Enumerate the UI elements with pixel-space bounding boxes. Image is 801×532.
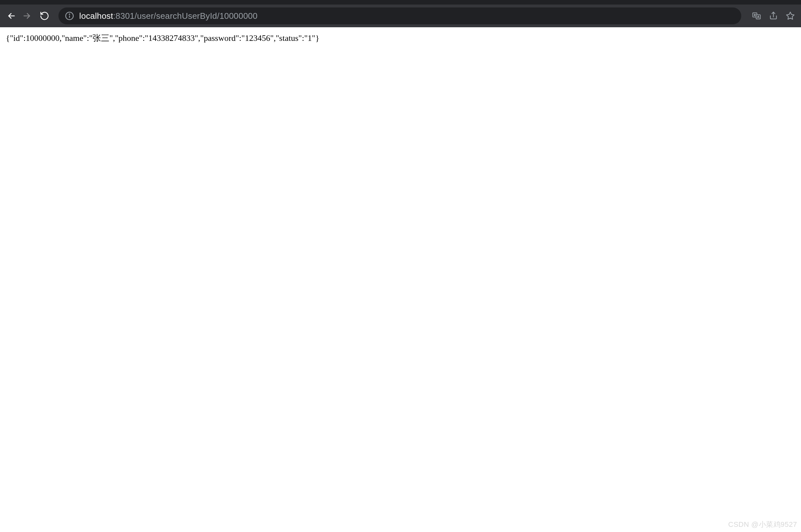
navigation-bar: localhost:8301/user/searchUserById/10000… (0, 4, 801, 27)
page-content: {"id":10000000,"name":"张三","phone":"1433… (0, 27, 801, 532)
back-button[interactable] (5, 11, 16, 21)
svg-marker-8 (786, 12, 794, 19)
info-icon[interactable] (65, 11, 74, 20)
address-bar[interactable]: localhost:8301/user/searchUserById/10000… (58, 7, 741, 24)
forward-button[interactable] (22, 11, 33, 21)
svg-point-4 (69, 14, 70, 15)
tab-strip (0, 0, 801, 4)
watermark: CSDN @小菜鸡9527 (728, 520, 797, 529)
url-path: :8301/user/searchUserById/10000000 (113, 11, 257, 21)
response-json: {"id":10000000,"name":"张三","phone":"1433… (6, 33, 320, 43)
share-icon[interactable] (768, 11, 779, 21)
reload-button[interactable] (39, 11, 50, 21)
url-text: localhost:8301/user/searchUserById/10000… (79, 11, 257, 21)
url-host: localhost (79, 11, 113, 21)
bookmark-star-icon[interactable] (785, 11, 796, 21)
toolbar-icons (751, 11, 796, 21)
translate-icon[interactable] (751, 11, 762, 21)
